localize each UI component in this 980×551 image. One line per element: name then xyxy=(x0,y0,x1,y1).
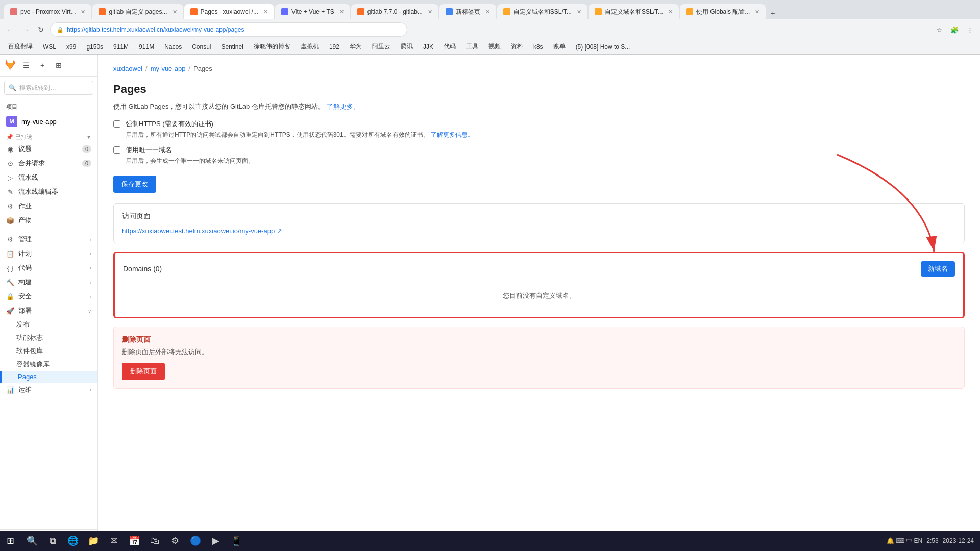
breadcrumb-my-vue-app[interactable]: my-vue-app xyxy=(151,65,186,72)
bookmark-sentinel[interactable]: Sentinel xyxy=(217,42,248,52)
sidebar-sub-item-releases[interactable]: 发布 xyxy=(0,318,97,331)
tab-gitlab1[interactable]: gitlab 自定义 pages... ✕ xyxy=(92,4,183,19)
back-button[interactable]: ← xyxy=(4,23,16,36)
bookmark-howto[interactable]: (5) [008] How to S... xyxy=(572,42,634,52)
bookmark-todo[interactable]: 911M xyxy=(135,42,158,52)
sidebar-item-pipeline[interactable]: ▷ 流水线 xyxy=(0,170,97,185)
tab-close-icon[interactable]: ✕ xyxy=(577,9,581,15)
taskbar-task-view[interactable]: ⧉ xyxy=(43,531,62,550)
https-label[interactable]: 强制HTTPS (需要有效的证书) xyxy=(126,120,213,128)
bookmark-wsl[interactable]: WSL xyxy=(39,42,60,52)
new-domain-button[interactable]: 新域名 xyxy=(921,261,955,277)
sidebar-sub-item-container-registry[interactable]: 容器镜像库 xyxy=(0,358,97,371)
https-learn-more-link[interactable]: 了解更多信息。 xyxy=(431,131,474,138)
save-button[interactable]: 保存更改 xyxy=(113,176,156,193)
taskbar-more[interactable]: 📱 xyxy=(227,531,246,550)
grid-icon[interactable]: ⊞ xyxy=(52,59,65,72)
taskbar-settings[interactable]: ⚙ xyxy=(165,531,185,550)
sidebar-item-build[interactable]: 🔨 构建 › xyxy=(0,275,97,289)
sidebar-sub-item-pages[interactable]: Pages xyxy=(0,371,97,383)
tab-close-icon[interactable]: ✕ xyxy=(428,9,432,15)
bookmark-x99[interactable]: x99 xyxy=(62,42,80,52)
breadcrumb-xuxiaowei[interactable]: xuxiaowei xyxy=(113,65,142,72)
reload-button[interactable]: ↻ xyxy=(35,23,47,36)
tab-close-icon[interactable]: ✕ xyxy=(81,9,85,15)
bookmark-tencent[interactable]: 腾讯 xyxy=(397,41,417,52)
sidebar-item-plan[interactable]: 📋 计划 › xyxy=(0,246,97,261)
tab-gitlab2[interactable]: gitlab 7.7.0 - gitlab... ✕ xyxy=(351,4,438,19)
bookmark-aliyun[interactable]: 阿里云 xyxy=(368,41,395,52)
bookmark-consul[interactable]: Consul xyxy=(188,42,215,52)
forward-button[interactable]: → xyxy=(19,23,32,36)
sidebar-item-merge[interactable]: ⊙ 合并请求 0 xyxy=(0,156,97,170)
sidebar-sub-item-feature-flags[interactable]: 功能标志 xyxy=(0,331,97,344)
bookmark-tools[interactable]: 工具 xyxy=(462,41,482,52)
https-checkbox[interactable] xyxy=(113,120,120,128)
start-button[interactable]: ⊞ xyxy=(0,531,20,551)
tab-ssl2[interactable]: 自定义域名和SSL/T... ✕ xyxy=(589,4,679,19)
taskbar-file-explorer[interactable]: 📁 xyxy=(84,531,103,550)
sidebar-item-operations[interactable]: 📊 运维 › xyxy=(0,383,97,397)
bookmark-g150s[interactable]: g150s xyxy=(82,42,107,52)
bookmark-huawei[interactable]: 华为 xyxy=(346,41,366,52)
tab-ssl1[interactable]: 自定义域名和SSL/T... ✕ xyxy=(497,4,587,19)
sidebar-item-pipeline-editor[interactable]: ✎ 流水线编辑器 xyxy=(0,185,97,199)
sidebar-item-artifacts[interactable]: 📦 产物 xyxy=(0,213,97,228)
new-item-icon[interactable]: + xyxy=(36,59,49,72)
unique-domain-label[interactable]: 使用唯一一域名 xyxy=(126,146,172,154)
sidebar-item-code[interactable]: { } 代码 › xyxy=(0,261,97,275)
tab-globals[interactable]: 使用 Globals 配置... ✕ xyxy=(680,4,766,19)
extensions-icon[interactable]: 🧩 xyxy=(948,23,961,36)
access-url-link[interactable]: https://xuxiaowei.test.helm.xuxiaowei.io… xyxy=(122,227,956,235)
bookmark-911m[interactable]: 911M xyxy=(109,42,133,52)
bookmark-jjk[interactable]: JJK xyxy=(419,42,437,52)
bookmark-blog[interactable]: 徐晓伟的博客 xyxy=(250,41,295,52)
sidebar-item-manage[interactable]: ⚙ 管理 › xyxy=(0,232,97,246)
tab-vite[interactable]: Vite + Vue + TS ✕ xyxy=(275,4,350,19)
bookmark-docs[interactable]: 资料 xyxy=(507,41,527,52)
bookmark-code[interactable]: 代码 xyxy=(439,41,460,52)
bookmark-192[interactable]: 192 xyxy=(325,42,344,52)
taskbar-search[interactable]: 🔍 xyxy=(22,531,42,550)
domains-header: Domains (0) 新域名 xyxy=(123,261,955,277)
sidebar-item-security[interactable]: 🔒 安全 › xyxy=(0,289,97,304)
sidebar-project[interactable]: M my-vue-app xyxy=(0,113,97,130)
browser-menu-icon[interactable]: ⋮ xyxy=(964,23,976,36)
tab-new[interactable]: 新标签页 ✕ xyxy=(439,4,496,19)
bookmark-video[interactable]: 视频 xyxy=(484,41,505,52)
address-field[interactable]: 🔒 https://gitlab.test.helm.xuxiaowei.cn/… xyxy=(50,22,407,37)
bookmark-k8s[interactable]: k8s xyxy=(529,42,547,52)
taskbar-terminal[interactable]: ▶ xyxy=(206,531,226,550)
tab-close-icon[interactable]: ✕ xyxy=(173,9,177,15)
delete-button[interactable]: 删除页面 xyxy=(122,363,165,380)
bookmark-vm[interactable]: 虚拟机 xyxy=(297,41,323,52)
bookmark-baidu[interactable]: 百度翻译 xyxy=(4,41,37,52)
sidebar-toggle-icon[interactable]: ☰ xyxy=(19,59,33,72)
tab-close-icon[interactable]: ✕ xyxy=(755,9,760,15)
unique-domain-checkbox[interactable] xyxy=(113,146,120,154)
sidebar-sub-item-package-registry[interactable]: 软件包库 xyxy=(0,344,97,358)
taskbar-calendar[interactable]: 📅 xyxy=(125,531,144,550)
bookmark-star-icon[interactable]: ☆ xyxy=(933,23,945,36)
tab-close-icon[interactable]: ✕ xyxy=(485,9,490,15)
learn-more-link[interactable]: 了解更多。 xyxy=(327,103,360,110)
sidebar-item-deploy[interactable]: 🚀 部署 ∨ xyxy=(0,304,97,318)
tab-close-icon[interactable]: ✕ xyxy=(339,9,344,15)
sidebar-item-issues[interactable]: ◉ 议题 0 xyxy=(0,142,97,156)
divider xyxy=(0,230,97,230)
sidebar-item-label: 作业 xyxy=(18,202,32,211)
taskbar-store[interactable]: 🛍 xyxy=(145,531,164,550)
taskbar-browser[interactable]: 🔵 xyxy=(186,531,205,550)
sidebar-item-jobs[interactable]: ⚙ 作业 xyxy=(0,199,97,213)
bookmark-bill[interactable]: 账单 xyxy=(549,41,570,52)
tab-close-icon[interactable]: ✕ xyxy=(668,9,673,15)
new-tab-button[interactable]: + xyxy=(767,7,779,19)
taskbar-edge[interactable]: 🌐 xyxy=(63,531,83,550)
tab-pages[interactable]: Pages · xuxiaowei /... ✕ xyxy=(184,4,274,19)
tab-close-icon[interactable]: ✕ xyxy=(263,9,268,15)
editor-icon: ✎ xyxy=(6,188,14,196)
taskbar-mail[interactable]: ✉ xyxy=(104,531,124,550)
bookmark-nacos[interactable]: Nacos xyxy=(160,42,186,52)
tab-pve[interactable]: pve - Proxmox Virt... ✕ xyxy=(4,4,91,19)
search-box[interactable]: 🔍 搜索或转到… xyxy=(4,81,93,95)
